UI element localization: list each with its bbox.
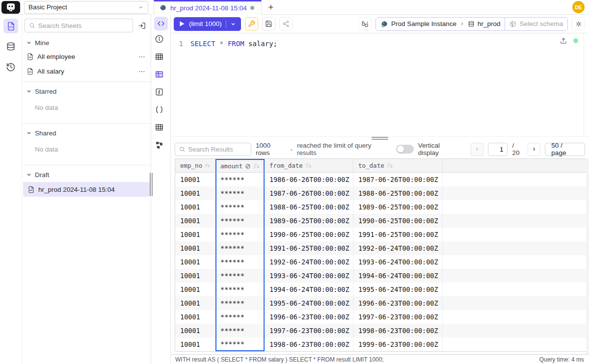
cell-from_date[interactable]: 1989-06-25T00:00:00Z [265, 214, 353, 228]
sort-icon[interactable] [253, 163, 260, 169]
switch-connection-button[interactable] [358, 17, 372, 30]
column-header-from-date[interactable]: from_date [265, 159, 353, 173]
sheet-search[interactable] [25, 19, 133, 32]
rail-functions-button[interactable] [155, 87, 167, 99]
cell-emp_no[interactable]: 10001 [175, 186, 215, 200]
cell-from_date[interactable]: 1996-06-23T00:00:00Z [265, 310, 353, 324]
rail-info-button[interactable] [155, 34, 167, 46]
results-search[interactable] [175, 143, 251, 156]
page-size-select[interactable]: 50 / page [545, 143, 585, 156]
vertical-display-toggle[interactable] [396, 145, 414, 154]
cell-emp_no[interactable]: 10001 [175, 296, 215, 310]
cell-from_date[interactable]: 1995-06-24T00:00:00Z [265, 296, 353, 310]
chevron-down-icon[interactable] [230, 21, 236, 27]
cell-from_date[interactable]: 1990-06-25T00:00:00Z [265, 228, 353, 241]
cell-to_date[interactable]: 1989-06-25T00:00:00Z [353, 200, 443, 214]
format-sql-button[interactable] [245, 17, 258, 30]
cell-emp_no[interactable]: 10001 [175, 200, 215, 214]
cell-to_date[interactable]: 1998-06-23T00:00:00Z [353, 324, 443, 338]
avatar[interactable]: DE [572, 1, 585, 13]
cell-from_date[interactable]: 1997-06-23T00:00:00Z [265, 324, 353, 338]
section-draft[interactable]: Draft [22, 168, 151, 181]
sheet-search-input[interactable] [38, 22, 129, 29]
page-number-input[interactable] [488, 143, 508, 156]
project-select[interactable]: Basic Project [24, 1, 148, 14]
cell-amount[interactable]: ****** [215, 283, 265, 296]
cell-amount[interactable]: ****** [215, 173, 265, 186]
sidebar-resize-handle[interactable] [149, 173, 153, 196]
cell-emp_no[interactable]: 10001 [175, 241, 215, 255]
cell-amount[interactable]: ****** [215, 296, 265, 310]
results-resize-handle[interactable] [171, 136, 589, 140]
results-scrollbar[interactable] [586, 158, 589, 354]
rail-parameters-button[interactable] [155, 105, 167, 117]
more-actions-icon[interactable]: ⋯ [138, 67, 146, 75]
cell-amount[interactable]: ****** [215, 214, 265, 228]
cell-from_date[interactable]: 1987-06-26T00:00:00Z [265, 186, 353, 200]
sort-icon[interactable] [205, 162, 210, 169]
section-shared[interactable]: Shared [22, 127, 151, 139]
cell-amount[interactable]: ****** [215, 269, 265, 283]
next-page-button[interactable] [528, 143, 541, 156]
cell-emp_no[interactable]: 10001 [175, 255, 215, 269]
cell-to_date[interactable]: 1996-06-23T00:00:00Z [353, 296, 443, 310]
cell-amount[interactable]: ****** [215, 255, 265, 269]
column-header-to-date[interactable]: to_date [353, 159, 443, 173]
cell-emp_no[interactable]: 10001 [175, 214, 215, 228]
results-search-input[interactable] [188, 146, 247, 153]
sort-icon[interactable] [305, 162, 312, 169]
cell-from_date[interactable]: 1994-06-24T00:00:00Z [265, 283, 353, 296]
cell-amount[interactable]: ****** [215, 228, 265, 241]
section-mine[interactable]: Mine [22, 36, 151, 49]
cell-from_date[interactable]: 1998-06-23T00:00:00Z [265, 338, 353, 351]
cell-amount[interactable]: ****** [215, 324, 265, 338]
share-sheet-button[interactable] [279, 17, 293, 30]
rail-code-button[interactable] [154, 17, 168, 30]
cell-to_date[interactable]: 1993-06-24T00:00:00Z [353, 255, 443, 269]
cell-to_date[interactable]: 1994-06-24T00:00:00Z [353, 269, 443, 283]
connection-selector[interactable]: Prod Sample Instance hr_prod [376, 18, 505, 30]
cell-emp_no[interactable]: 10001 [175, 228, 215, 241]
cell-to_date[interactable]: 1999-06-23T00:00:00Z [353, 338, 443, 351]
rail-table-button[interactable] [155, 52, 167, 64]
cell-amount[interactable]: ****** [215, 186, 265, 200]
cell-emp_no[interactable]: 10001 [175, 324, 215, 338]
cell-emp_no[interactable]: 10001 [175, 310, 215, 324]
upload-icon[interactable] [560, 37, 567, 44]
rail-history-button[interactable] [3, 60, 18, 75]
column-header-emp-no[interactable]: emp_no [175, 159, 215, 173]
sheet-item-all-employee[interactable]: All employee ⋯ [22, 49, 151, 64]
more-actions-icon[interactable]: ⋯ [138, 52, 146, 60]
cell-emp_no[interactable]: 10001 [175, 173, 215, 186]
cell-from_date[interactable]: 1986-06-26T00:00:00Z [265, 173, 353, 186]
sort-icon[interactable] [387, 162, 393, 169]
cell-to_date[interactable]: 1988-06-25T00:00:00Z [353, 186, 443, 200]
rail-sheet-panel-button[interactable] [155, 123, 167, 134]
cell-from_date[interactable]: 1993-06-24T00:00:00Z [265, 269, 353, 283]
cell-to_date[interactable]: 1997-06-23T00:00:00Z [353, 310, 443, 324]
sheet-item-all-salary[interactable]: All salary ⋯ [22, 64, 151, 78]
cell-emp_no[interactable]: 10001 [175, 338, 215, 351]
rail-databases-button[interactable] [3, 39, 18, 54]
new-tab-button[interactable]: + [262, 0, 280, 15]
cell-to_date[interactable]: 1990-06-25T00:00:00Z [353, 214, 443, 228]
section-starred[interactable]: Starred [22, 85, 151, 98]
cell-to_date[interactable]: 1987-06-26T00:00:00Z [353, 173, 443, 186]
save-sheet-button[interactable] [262, 17, 275, 30]
run-button[interactable]: (limit 1000) [174, 17, 241, 31]
cell-from_date[interactable]: 1992-06-24T00:00:00Z [265, 255, 353, 269]
rail-schema-diagram-button[interactable] [155, 140, 167, 152]
rail-sheets-button[interactable] [3, 19, 18, 33]
cell-amount[interactable]: ****** [215, 241, 265, 255]
sql-editor[interactable]: 1 SELECT * FROM salary; [171, 33, 589, 136]
sheet-item-draft-hr-prod[interactable]: hr_prod 2024-11-08 15:04 [23, 182, 150, 197]
tab-hr-prod[interactable]: hr_prod 2024-11-08 15:04 [154, 0, 262, 15]
import-sheet-button[interactable] [136, 20, 148, 31]
column-header-amount[interactable]: amount [215, 159, 265, 173]
cell-amount[interactable]: ****** [215, 338, 265, 351]
cell-from_date[interactable]: 1988-06-25T00:00:00Z [265, 200, 353, 214]
cell-amount[interactable]: ****** [215, 200, 265, 214]
prev-page-button[interactable] [471, 143, 484, 156]
cell-to_date[interactable]: 1995-06-24T00:00:00Z [353, 283, 443, 296]
cell-amount[interactable]: ****** [215, 310, 265, 324]
